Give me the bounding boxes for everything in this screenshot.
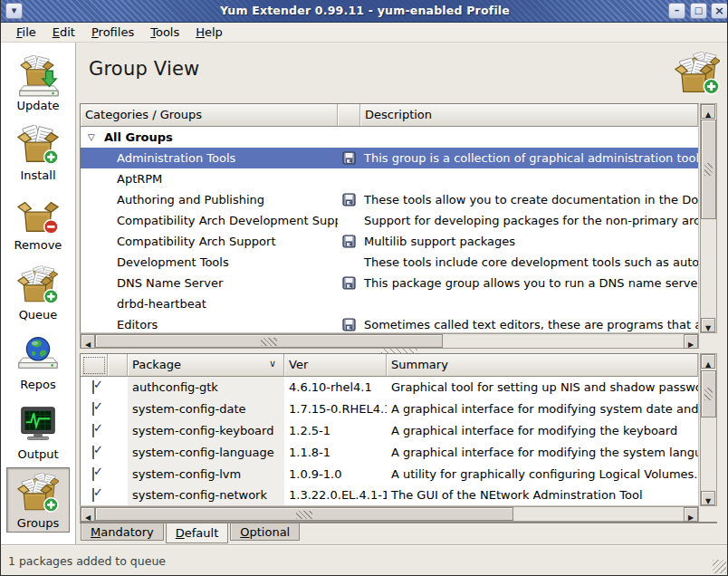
menu-item-edit[interactable]: Edit <box>44 24 83 41</box>
group-row[interactable]: Editors Sometimes called text editors, t… <box>81 314 698 333</box>
package-name: authconfig-gtk <box>128 377 284 398</box>
sidebar-item-update[interactable]: Update <box>6 49 70 114</box>
menu-item-file[interactable]: File <box>8 24 44 41</box>
sidebar: Update Install Remove Queue Repos Output… <box>1 43 76 544</box>
package-table-hscrollbar[interactable] <box>80 506 699 522</box>
sidebar-item-label: Repos <box>20 378 55 391</box>
group-name: DNS Name Server <box>117 276 223 290</box>
sidebar-item-label: Update <box>16 99 59 112</box>
group-row[interactable]: Compatibility Arch Development Support S… <box>81 210 698 231</box>
scroll-right-icon[interactable] <box>684 507 698 522</box>
sidebar-item-install[interactable]: Install <box>6 119 70 184</box>
scroll-right-icon[interactable] <box>684 334 698 349</box>
group-description: These tools allow you to create document… <box>360 193 698 206</box>
scroll-left-icon[interactable] <box>81 507 95 522</box>
package-row[interactable]: system-config-date 1.7.15-0.RHEL4.1 A gr… <box>81 398 698 420</box>
column-header-summary[interactable]: Summary <box>387 354 698 377</box>
scroll-up-icon[interactable] <box>701 354 715 369</box>
column-header-description[interactable]: Description <box>360 104 698 127</box>
package-row[interactable]: system-config-keyboard 1.2.5-1 A graphic… <box>81 420 698 442</box>
scroll-down-icon[interactable] <box>701 318 715 332</box>
package-version: 4.6.10-rhel4.1 <box>284 380 387 394</box>
scroll-up-icon[interactable] <box>701 104 715 119</box>
group-hscroll-thumb[interactable] <box>95 334 443 348</box>
maximize-icon[interactable] <box>690 3 707 19</box>
menu-item-help[interactable]: Help <box>187 24 231 41</box>
window-title: Yum Extender 0.99.11 - yum-enabled Profi… <box>1 4 728 17</box>
column-header-checkbox[interactable] <box>81 354 108 377</box>
page-title: Group View <box>89 58 199 80</box>
menu-item-profiles[interactable]: Profiles <box>83 24 142 41</box>
package-summary: A graphical interface for modifying the … <box>387 424 698 437</box>
group-name: AptRPM <box>117 172 162 186</box>
package-checkbox[interactable] <box>92 467 94 481</box>
group-vscroll-thumb[interactable] <box>701 120 716 219</box>
group-description: This group is a collection of graphical … <box>360 151 698 165</box>
group-name: Administration Tools <box>117 151 235 165</box>
package-checkbox[interactable] <box>92 424 94 437</box>
package-checkbox[interactable] <box>92 402 94 416</box>
group-installed-icon <box>342 235 356 248</box>
package-table-vscrollbar[interactable] <box>700 353 717 506</box>
sidebar-item-remove[interactable]: Remove <box>6 188 70 254</box>
package-table: Package∨ Ver Summary authconfig-gtk 4.6.… <box>80 353 699 506</box>
close-icon[interactable] <box>711 3 728 19</box>
sidebar-item-label: Install <box>20 168 55 182</box>
package-summary: Graphical tool for setting up NIS and sh… <box>387 380 698 394</box>
package-row[interactable]: system-config-lvm 1.0.9-1.0 A utility fo… <box>81 463 698 485</box>
package-name: system-config-keyboard <box>128 420 284 442</box>
column-header-flag[interactable] <box>108 354 128 377</box>
sidebar-item-groups[interactable]: Groups <box>6 467 70 533</box>
package-summary: A graphical interface for modifying syst… <box>387 402 698 416</box>
menu-item-tools[interactable]: Tools <box>142 24 187 41</box>
column-header-ver[interactable]: Ver <box>284 354 387 377</box>
package-row[interactable]: system-config-network 1.3.22.0.EL.4.1-1 … <box>81 485 698 506</box>
group-row[interactable]: Compatibility Arch Support Multilib supp… <box>81 231 698 252</box>
group-row[interactable]: Administration Tools This group is a col… <box>81 148 698 168</box>
scroll-left-icon[interactable] <box>81 334 95 349</box>
scroll-down-icon[interactable] <box>701 491 715 505</box>
titlebar[interactable]: Yum Extender 0.99.11 - yum-enabled Profi… <box>1 0 728 23</box>
group-view-icon <box>675 51 720 98</box>
package-checkbox[interactable] <box>92 380 94 394</box>
expander-icon[interactable]: ▽ <box>88 132 101 142</box>
group-installed-icon <box>342 276 356 290</box>
column-header-group-icon[interactable] <box>338 104 360 127</box>
package-row[interactable]: system-config-language 1.1.8-1 A graphic… <box>81 441 698 463</box>
sidebar-item-output[interactable]: Output <box>6 398 70 463</box>
group-installed-icon <box>342 151 356 165</box>
group-table-hscrollbar[interactable] <box>80 333 699 349</box>
tab-mandatory[interactable]: Mandatory <box>81 523 164 541</box>
column-header-categories-groups[interactable]: Categories / Groups <box>81 104 338 127</box>
tab-optional[interactable]: Optional <box>230 523 300 541</box>
group-name: drbd-heartbeat <box>117 297 206 311</box>
package-row[interactable]: authconfig-gtk 4.6.10-rhel4.1 Graphical … <box>81 377 698 398</box>
remove-icon <box>17 195 59 236</box>
group-row[interactable]: ▽ All Groups <box>81 127 698 148</box>
group-row[interactable]: AptRPM <box>81 168 698 189</box>
group-row[interactable]: Authoring and Publishing These tools all… <box>81 189 698 210</box>
group-installed-icon <box>342 318 356 331</box>
groups-icon <box>17 473 59 514</box>
group-row[interactable]: DNS Name Server This package group allow… <box>81 273 698 293</box>
resize-grip[interactable] <box>713 560 726 573</box>
column-header-package[interactable]: Package∨ <box>128 354 284 377</box>
group-table-vscrollbar[interactable] <box>700 103 717 333</box>
group-table: Categories / Groups Description ▽ All Gr… <box>80 103 699 333</box>
sidebar-item-repos[interactable]: Repos <box>6 328 70 393</box>
sidebar-item-label: Output <box>17 447 58 461</box>
group-name: Compatibility Arch Development Support <box>117 214 338 227</box>
group-table-header: Categories / Groups Description <box>81 104 698 127</box>
group-row[interactable]: drbd-heartbeat <box>81 293 698 314</box>
package-vscroll-thumb[interactable] <box>701 370 716 418</box>
update-icon <box>17 55 59 97</box>
sidebar-item-queue[interactable]: Queue <box>6 258 70 323</box>
package-hscroll-thumb[interactable] <box>95 507 513 521</box>
package-checkbox[interactable] <box>92 446 94 459</box>
group-row[interactable]: Development Tools These tools include co… <box>81 252 698 273</box>
package-checkbox[interactable] <box>92 488 94 502</box>
tab-default[interactable]: Default <box>166 523 229 543</box>
minimize-icon[interactable] <box>668 3 685 19</box>
package-table-header: Package∨ Ver Summary <box>81 354 698 377</box>
queue-icon <box>17 264 59 306</box>
